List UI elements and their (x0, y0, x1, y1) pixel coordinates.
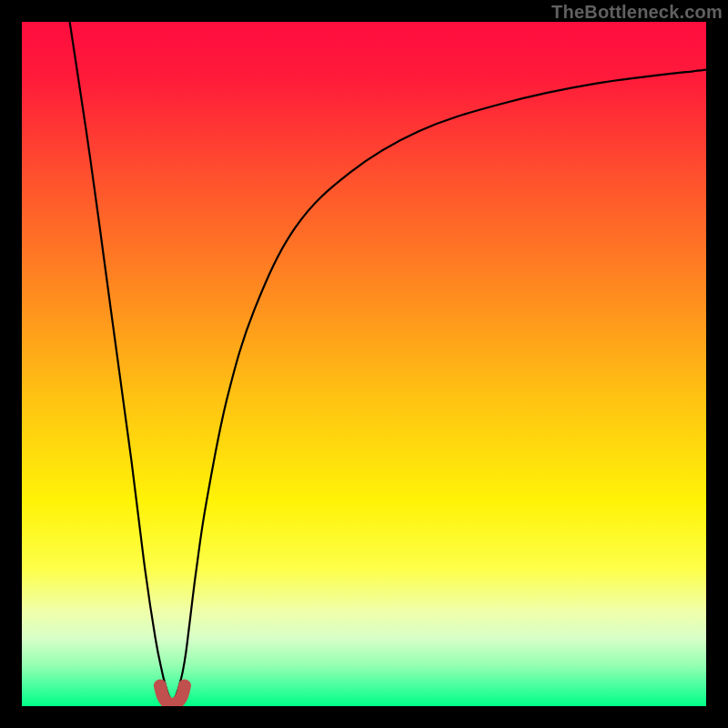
plot-area (22, 22, 706, 706)
attribution-text: TheBottleneck.com (551, 2, 723, 23)
chart-frame: TheBottleneck.com (0, 0, 728, 728)
gradient-fill (22, 22, 706, 706)
chart-svg (22, 22, 706, 706)
